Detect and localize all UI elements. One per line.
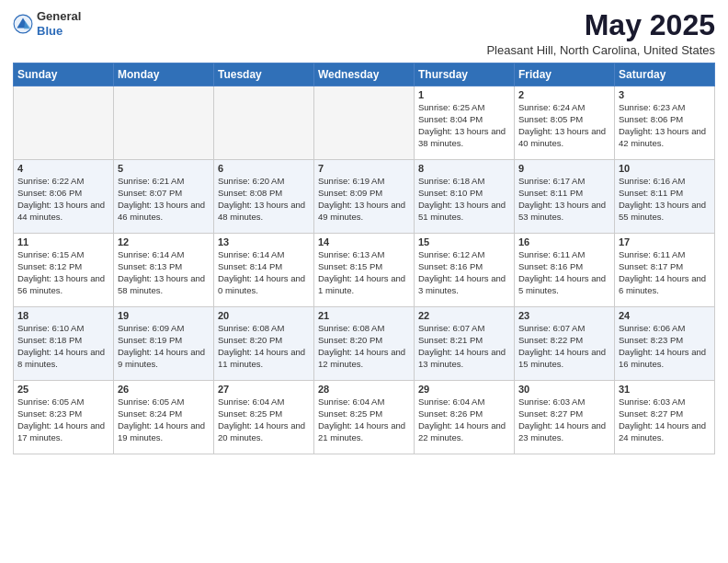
day-detail: Sunrise: 6:16 AM Sunset: 8:11 PM Dayligh… xyxy=(619,176,711,223)
day-number: 17 xyxy=(619,236,711,247)
calendar-cell xyxy=(314,86,415,160)
day-detail: Sunrise: 6:04 AM Sunset: 8:25 PM Dayligh… xyxy=(218,396,310,443)
calendar-cell: 5Sunrise: 6:21 AM Sunset: 8:07 PM Daylig… xyxy=(114,160,214,234)
weekday-header: Saturday xyxy=(615,63,715,86)
calendar-cell xyxy=(14,86,114,160)
calendar-week-row: 25Sunrise: 6:05 AM Sunset: 8:23 PM Dayli… xyxy=(14,381,715,454)
calendar-cell xyxy=(214,86,314,160)
day-detail: Sunrise: 6:08 AM Sunset: 8:20 PM Dayligh… xyxy=(318,323,410,370)
calendar-cell: 1Sunrise: 6:25 AM Sunset: 8:04 PM Daylig… xyxy=(415,86,515,160)
calendar-cell: 19Sunrise: 6:09 AM Sunset: 8:19 PM Dayli… xyxy=(114,307,214,381)
calendar-cell: 7Sunrise: 6:19 AM Sunset: 8:09 PM Daylig… xyxy=(314,160,415,234)
location: Pleasant Hill, North Carolina, United St… xyxy=(486,43,715,57)
calendar-cell xyxy=(114,86,214,160)
page-container: General Blue May 2025 Pleasant Hill, Nor… xyxy=(0,0,728,462)
day-detail: Sunrise: 6:14 AM Sunset: 8:13 PM Dayligh… xyxy=(118,249,210,296)
day-number: 21 xyxy=(318,310,410,321)
calendar-cell: 12Sunrise: 6:14 AM Sunset: 8:13 PM Dayli… xyxy=(114,234,214,307)
day-detail: Sunrise: 6:09 AM Sunset: 8:19 PM Dayligh… xyxy=(118,323,210,370)
day-detail: Sunrise: 6:04 AM Sunset: 8:25 PM Dayligh… xyxy=(318,396,410,443)
day-number: 15 xyxy=(418,236,510,247)
title-block: May 2025 Pleasant Hill, North Carolina, … xyxy=(486,9,715,57)
calendar-cell: 13Sunrise: 6:14 AM Sunset: 8:14 PM Dayli… xyxy=(214,234,314,307)
calendar-cell: 21Sunrise: 6:08 AM Sunset: 8:20 PM Dayli… xyxy=(314,307,415,381)
calendar-cell: 29Sunrise: 6:04 AM Sunset: 8:26 PM Dayli… xyxy=(415,381,515,454)
day-detail: Sunrise: 6:07 AM Sunset: 8:22 PM Dayligh… xyxy=(518,323,610,370)
day-detail: Sunrise: 6:08 AM Sunset: 8:20 PM Dayligh… xyxy=(218,323,310,370)
calendar-cell: 3Sunrise: 6:23 AM Sunset: 8:06 PM Daylig… xyxy=(615,86,715,160)
day-number: 30 xyxy=(518,384,610,395)
day-detail: Sunrise: 6:18 AM Sunset: 8:10 PM Dayligh… xyxy=(418,176,510,223)
day-number: 1 xyxy=(418,89,510,100)
day-detail: Sunrise: 6:03 AM Sunset: 8:27 PM Dayligh… xyxy=(518,396,610,443)
day-number: 27 xyxy=(218,384,310,395)
day-detail: Sunrise: 6:22 AM Sunset: 8:06 PM Dayligh… xyxy=(17,176,109,223)
logo: General Blue xyxy=(13,9,81,38)
day-number: 8 xyxy=(418,163,510,174)
day-number: 20 xyxy=(218,310,310,321)
month-title: May 2025 xyxy=(486,9,715,41)
day-number: 9 xyxy=(518,163,610,174)
day-detail: Sunrise: 6:07 AM Sunset: 8:21 PM Dayligh… xyxy=(418,323,510,370)
day-number: 11 xyxy=(17,236,109,247)
calendar-week-row: 4Sunrise: 6:22 AM Sunset: 8:06 PM Daylig… xyxy=(14,160,715,234)
day-number: 12 xyxy=(118,236,210,247)
day-detail: Sunrise: 6:21 AM Sunset: 8:07 PM Dayligh… xyxy=(118,176,210,223)
day-detail: Sunrise: 6:03 AM Sunset: 8:27 PM Dayligh… xyxy=(619,396,711,443)
calendar-cell: 27Sunrise: 6:04 AM Sunset: 8:25 PM Dayli… xyxy=(214,381,314,454)
weekday-header: Tuesday xyxy=(214,63,314,86)
day-number: 18 xyxy=(17,310,109,321)
day-detail: Sunrise: 6:17 AM Sunset: 8:11 PM Dayligh… xyxy=(518,176,610,223)
header: General Blue May 2025 Pleasant Hill, Nor… xyxy=(13,9,715,57)
day-detail: Sunrise: 6:05 AM Sunset: 8:24 PM Dayligh… xyxy=(118,396,210,443)
calendar-cell: 18Sunrise: 6:10 AM Sunset: 8:18 PM Dayli… xyxy=(14,307,114,381)
day-number: 5 xyxy=(118,163,210,174)
day-number: 10 xyxy=(619,163,711,174)
calendar-cell: 10Sunrise: 6:16 AM Sunset: 8:11 PM Dayli… xyxy=(615,160,715,234)
day-number: 19 xyxy=(118,310,210,321)
day-detail: Sunrise: 6:20 AM Sunset: 8:08 PM Dayligh… xyxy=(218,176,310,223)
day-detail: Sunrise: 6:15 AM Sunset: 8:12 PM Dayligh… xyxy=(17,249,109,296)
day-number: 31 xyxy=(619,384,711,395)
calendar-cell: 14Sunrise: 6:13 AM Sunset: 8:15 PM Dayli… xyxy=(314,234,415,307)
calendar-cell: 20Sunrise: 6:08 AM Sunset: 8:20 PM Dayli… xyxy=(214,307,314,381)
calendar-week-row: 1Sunrise: 6:25 AM Sunset: 8:04 PM Daylig… xyxy=(14,86,715,160)
calendar-cell: 30Sunrise: 6:03 AM Sunset: 8:27 PM Dayli… xyxy=(515,381,615,454)
day-number: 7 xyxy=(318,163,410,174)
day-number: 25 xyxy=(17,384,109,395)
logo-icon xyxy=(13,14,33,34)
day-detail: Sunrise: 6:19 AM Sunset: 8:09 PM Dayligh… xyxy=(318,176,410,223)
calendar-week-row: 18Sunrise: 6:10 AM Sunset: 8:18 PM Dayli… xyxy=(14,307,715,381)
day-detail: Sunrise: 6:05 AM Sunset: 8:23 PM Dayligh… xyxy=(17,396,109,443)
day-number: 26 xyxy=(118,384,210,395)
weekday-header: Thursday xyxy=(415,63,515,86)
day-detail: Sunrise: 6:23 AM Sunset: 8:06 PM Dayligh… xyxy=(619,102,711,149)
calendar-table: SundayMondayTuesdayWednesdayThursdayFrid… xyxy=(13,63,715,454)
calendar-cell: 4Sunrise: 6:22 AM Sunset: 8:06 PM Daylig… xyxy=(14,160,114,234)
day-detail: Sunrise: 6:14 AM Sunset: 8:14 PM Dayligh… xyxy=(218,249,310,296)
weekday-header-row: SundayMondayTuesdayWednesdayThursdayFrid… xyxy=(14,63,715,86)
calendar-cell: 8Sunrise: 6:18 AM Sunset: 8:10 PM Daylig… xyxy=(415,160,515,234)
calendar-cell: 23Sunrise: 6:07 AM Sunset: 8:22 PM Dayli… xyxy=(515,307,615,381)
day-number: 28 xyxy=(318,384,410,395)
day-detail: Sunrise: 6:11 AM Sunset: 8:16 PM Dayligh… xyxy=(518,249,610,296)
day-number: 3 xyxy=(619,89,711,100)
day-number: 6 xyxy=(218,163,310,174)
calendar-cell: 31Sunrise: 6:03 AM Sunset: 8:27 PM Dayli… xyxy=(615,381,715,454)
calendar-cell: 24Sunrise: 6:06 AM Sunset: 8:23 PM Dayli… xyxy=(615,307,715,381)
day-detail: Sunrise: 6:04 AM Sunset: 8:26 PM Dayligh… xyxy=(418,396,510,443)
day-number: 22 xyxy=(418,310,510,321)
day-number: 4 xyxy=(17,163,109,174)
calendar-cell: 6Sunrise: 6:20 AM Sunset: 8:08 PM Daylig… xyxy=(214,160,314,234)
calendar-cell: 15Sunrise: 6:12 AM Sunset: 8:16 PM Dayli… xyxy=(415,234,515,307)
day-detail: Sunrise: 6:13 AM Sunset: 8:15 PM Dayligh… xyxy=(318,249,410,296)
day-number: 2 xyxy=(518,89,610,100)
calendar-cell: 28Sunrise: 6:04 AM Sunset: 8:25 PM Dayli… xyxy=(314,381,415,454)
day-detail: Sunrise: 6:24 AM Sunset: 8:05 PM Dayligh… xyxy=(518,102,610,149)
weekday-header: Monday xyxy=(114,63,214,86)
day-number: 13 xyxy=(218,236,310,247)
day-number: 24 xyxy=(619,310,711,321)
calendar-cell: 9Sunrise: 6:17 AM Sunset: 8:11 PM Daylig… xyxy=(515,160,615,234)
day-number: 16 xyxy=(518,236,610,247)
day-detail: Sunrise: 6:10 AM Sunset: 8:18 PM Dayligh… xyxy=(17,323,109,370)
